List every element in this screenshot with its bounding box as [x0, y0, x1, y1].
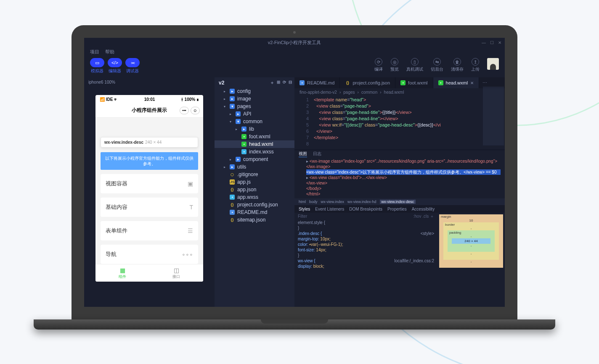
file-app-wxss[interactable]: ▪app.wxss: [215, 193, 294, 201]
json-file-icon: {}: [230, 187, 235, 192]
close-tab-icon[interactable]: ✕: [470, 81, 474, 85]
phone-nav-bar: 小程序组件展示 ••• ⊙: [95, 103, 203, 118]
elements-tree[interactable]: ▸ <wx-image class="index-logo" src="../r…: [294, 158, 505, 198]
css-rules[interactable]: Filter:hov .cls ＋ element.style { } .ind…: [294, 213, 437, 307]
folder-icon: ▸: [230, 96, 235, 101]
project-root[interactable]: v2: [219, 80, 224, 86]
styles-tab[interactable]: Styles: [299, 207, 310, 211]
js-file-icon: JS: [230, 179, 235, 185]
folder-api[interactable]: ▸▸API: [215, 110, 294, 118]
folder-common[interactable]: ▾▾common: [215, 118, 294, 125]
ide-screen: v2-FinClip小程序开发工具 — ☐ ✕ 项目 帮助 ▭模拟器 </>编辑…: [84, 38, 505, 307]
editor-toggle[interactable]: </>: [108, 58, 122, 67]
dt-tab-console[interactable]: 日志: [313, 151, 321, 157]
upload-icon: ↥: [472, 58, 479, 66]
preview-icon: ◎: [391, 58, 398, 66]
capsule-close-icon[interactable]: ⊙: [191, 107, 200, 114]
json-file-icon: {}: [345, 80, 350, 85]
dt-tab-wxml[interactable]: 视图: [299, 151, 307, 157]
collapse-icon[interactable]: ⊟: [289, 80, 292, 86]
file-gitignore[interactable]: ◌.gitignore: [215, 171, 294, 178]
file-foot-wxml[interactable]: ▪foot.wxml: [215, 133, 294, 140]
dom-bp-tab[interactable]: DOM Breakpoints: [349, 207, 382, 211]
debugger-toggle[interactable]: ⫘: [125, 58, 140, 67]
minimize-icon[interactable]: —: [482, 40, 486, 45]
phone-preview: 📶 IDE ᯤ 10:01 ᚼ 100% ▮ 小程序组件展示 ••• ⊙: [95, 95, 203, 282]
json-file-icon: {}: [230, 202, 235, 207]
menu-project[interactable]: 项目: [90, 49, 99, 55]
file-app-js[interactable]: JSapp.js: [215, 178, 294, 186]
file-app-json[interactable]: {}app.json: [215, 186, 294, 193]
simulator-toggle[interactable]: ▭: [90, 58, 104, 67]
styles-tabs: Styles Event Listeners DOM Breakpoints P…: [294, 205, 505, 213]
filter-input[interactable]: Filter: [298, 214, 307, 219]
folder-open-icon: ▾: [230, 104, 235, 109]
folder-icon: ▸: [230, 89, 235, 94]
new-folder-icon[interactable]: ⊞: [277, 80, 280, 86]
components-icon: ▦: [120, 267, 125, 274]
new-file-icon[interactable]: ＋: [270, 80, 274, 86]
folder-lib[interactable]: ▸▸lib: [215, 125, 294, 133]
tab-foot-wxml[interactable]: ▪foot.wxml: [395, 77, 433, 88]
capsule-more-icon[interactable]: •••: [180, 107, 189, 114]
menu-bar: 项目 帮助: [84, 47, 505, 56]
file-readme[interactable]: ▪README.md: [215, 208, 294, 216]
nav-title: 小程序组件展示: [132, 107, 167, 114]
folder-icon: ▸: [236, 111, 241, 116]
file-project-config[interactable]: {}project.config.json: [215, 201, 294, 208]
devtools: 视图 日志 ▸ <wx-image class="index-logo" src…: [294, 150, 505, 307]
title-bar: v2-FinClip小程序开发工具 — ☐ ✕: [84, 38, 505, 47]
close-window-icon[interactable]: ✕: [498, 40, 501, 45]
folder-pages[interactable]: ▾▾pages: [215, 103, 294, 110]
remote-debug-button[interactable]: ▯真机调试: [406, 58, 423, 72]
file-index-wxss[interactable]: ▪index.wxss: [215, 148, 294, 156]
tab-api[interactable]: ◫接口: [149, 264, 203, 282]
switch-bg-button[interactable]: ⇆切后台: [431, 58, 443, 72]
json-file-icon: {}: [230, 217, 235, 222]
compile-button[interactable]: ⟳编译: [374, 58, 383, 72]
folder-open-icon: ▾: [236, 119, 241, 124]
a11y-tab[interactable]: Accessibility: [412, 207, 435, 211]
folder-utils[interactable]: ▸▸utils: [215, 163, 294, 171]
upload-button[interactable]: ↥上传: [471, 58, 480, 72]
folder-component[interactable]: ▸▸component: [215, 156, 294, 163]
file-head-wxml[interactable]: ▪head.wxml: [215, 140, 294, 148]
card-nav[interactable]: 导航∘∘∘: [101, 245, 198, 264]
card-basic-content[interactable]: 基础内容T: [101, 198, 198, 217]
md-file-icon: ▪: [230, 210, 235, 215]
folder-image[interactable]: ▸▸image: [215, 95, 294, 103]
tab-components[interactable]: ▦组件: [95, 264, 149, 282]
listeners-tab[interactable]: Event Listeners: [315, 207, 344, 211]
wxss-file-icon: ▪: [230, 195, 235, 200]
card-view-container[interactable]: 视图容器▣: [101, 174, 198, 193]
wxml-file-icon: ▪: [400, 80, 406, 85]
maximize-icon[interactable]: ☐: [490, 40, 494, 45]
wxml-file-icon: ▪: [241, 142, 246, 147]
inspected-element[interactable]: 以下将展示小程序官方组件能力，组件样式仅供参考。: [101, 152, 198, 170]
refresh-icon[interactable]: ⟳: [283, 80, 286, 86]
file-sitemap[interactable]: {}sitemap.json: [215, 216, 294, 224]
trash-icon: 🗑: [453, 58, 461, 66]
properties-tab[interactable]: Properties: [387, 207, 407, 211]
tab-readme[interactable]: ▪README.md: [294, 77, 340, 88]
clear-cache-button[interactable]: 🗑清缓存: [451, 58, 464, 72]
breadcrumb: fino-applet-demo-v2› pages› common› head…: [294, 88, 505, 96]
box-model: margin10 border- padding- 240 × 44 - - -: [437, 213, 505, 307]
phone-status-bar: 📶 IDE ᯤ 10:01 ᚼ 100% ▮: [95, 95, 203, 103]
code-editor[interactable]: 1<template name="head"> 2 <view class="p…: [294, 96, 505, 150]
menu-help[interactable]: 帮助: [105, 49, 114, 55]
camera-icon: [293, 31, 296, 34]
minimap[interactable]: [483, 87, 504, 145]
folder-icon: ▸: [241, 127, 246, 132]
wxss-file-icon: ▪: [241, 149, 246, 154]
tab-project-config[interactable]: {}project.config.json: [340, 77, 395, 88]
editor-panel: ▪README.md {}project.config.json ▪foot.w…: [294, 77, 505, 307]
text-icon: T: [189, 204, 193, 211]
folder-config[interactable]: ▸▸config: [215, 87, 294, 95]
wxml-file-icon: ▪: [438, 80, 443, 85]
preview-button[interactable]: ◎预览: [390, 58, 399, 72]
avatar[interactable]: [487, 58, 499, 70]
elements-crumbs[interactable]: html body wx-view.index wx-view.index-hd…: [294, 198, 505, 205]
card-form[interactable]: 表单组件☰: [101, 221, 198, 240]
tab-head-wxml[interactable]: ▪head.wxml✕: [433, 77, 480, 88]
